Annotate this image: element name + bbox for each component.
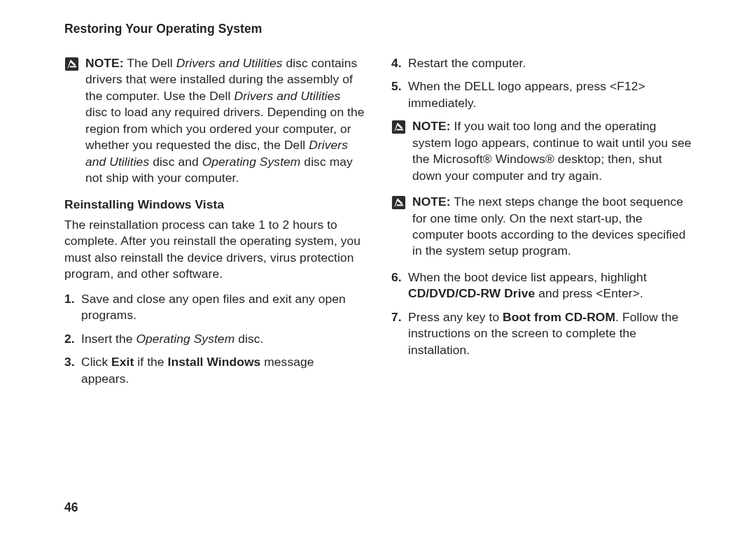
steps-right-bottom: 6. When the boot device list appears, hi…: [391, 269, 692, 358]
right-column: 4. Restart the computer. 5. When the DEL…: [391, 55, 692, 395]
reinstall-paragraph: The reinstallation process can take 1 to…: [64, 217, 365, 283]
page-number: 46: [64, 500, 78, 516]
subheading-reinstall: Reinstalling Windows Vista: [64, 197, 365, 213]
svg-rect-1: [392, 120, 405, 134]
manual-page: Restoring Your Operating System NOTE: Th…: [0, 0, 756, 536]
step-7: 7. Press any key to Boot from CD-ROM. Fo…: [391, 309, 692, 358]
svg-rect-0: [65, 57, 78, 71]
note-label: NOTE:: [412, 195, 451, 209]
note-text-1: NOTE: The Dell Drivers and Utilities dis…: [85, 55, 365, 187]
steps-right-top: 4. Restart the computer. 5. When the DEL…: [391, 55, 692, 111]
note-icon: [391, 120, 406, 134]
note-icon: [391, 195, 406, 210]
note-text-3: NOTE: The next steps change the boot seq…: [412, 194, 692, 260]
note-icon: [64, 57, 79, 71]
step-2: 2. Insert the Operating System disc.: [64, 331, 365, 347]
left-column: NOTE: The Dell Drivers and Utilities dis…: [64, 55, 365, 395]
note-label: NOTE:: [412, 119, 451, 133]
step-6: 6. When the boot device list appears, hi…: [391, 269, 692, 302]
note-block-2: NOTE: If you wait too long and the opera…: [391, 118, 692, 184]
step-1: 1. Save and close any open files and exi…: [64, 291, 365, 324]
step-3: 3. Click Exit if the Install Windows mes…: [64, 354, 365, 387]
page-title: Restoring Your Operating System: [64, 21, 692, 38]
note-block-1: NOTE: The Dell Drivers and Utilities dis…: [64, 55, 365, 187]
note-label: NOTE:: [85, 56, 124, 70]
steps-left: 1. Save and close any open files and exi…: [64, 291, 365, 387]
step-4: 4. Restart the computer.: [391, 55, 692, 71]
svg-rect-2: [392, 196, 405, 209]
step-5: 5. When the DELL logo appears, press <F1…: [391, 78, 692, 111]
note-block-3: NOTE: The next steps change the boot seq…: [391, 194, 692, 260]
note-text-2: NOTE: If you wait too long and the opera…: [412, 118, 692, 184]
two-column-layout: NOTE: The Dell Drivers and Utilities dis…: [64, 55, 692, 395]
